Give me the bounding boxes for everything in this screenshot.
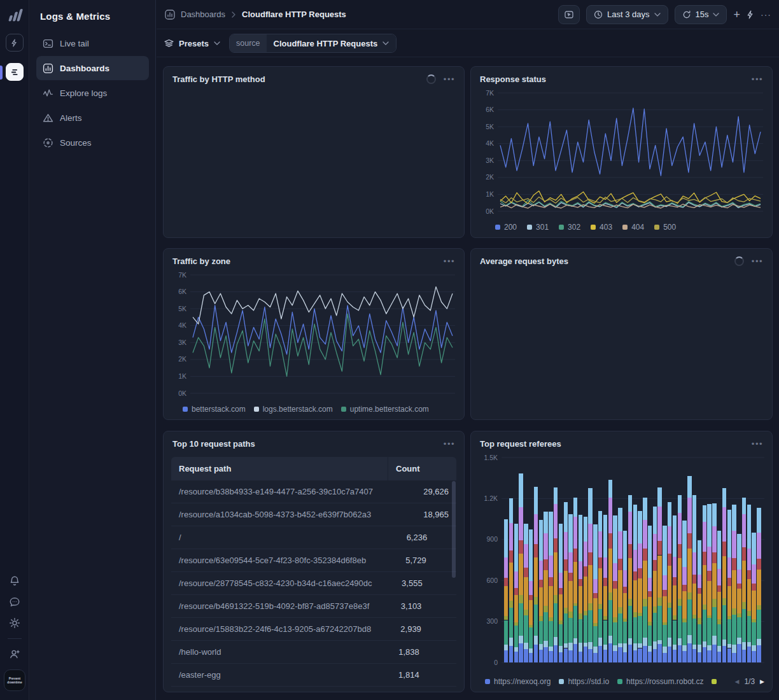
table-row[interactable]: /resource/b4691322-519b-4092-bf87-ad8573… [171,595,456,618]
table-row[interactable]: /resource/28778545-c832-4230-b34d-c16aec… [171,572,456,595]
breadcrumb-parent[interactable]: Dashboards [181,10,225,19]
panel-title: Traffic by zone [172,256,230,266]
rail-divider [8,638,22,639]
legend-item[interactable]: 403 [591,223,612,232]
tv-mode-button[interactable] [558,5,580,24]
legend-swatch [527,225,532,230]
count-cell: 5,729 [388,549,456,571]
invite-user-icon[interactable] [9,648,20,660]
theme-sun-icon[interactable] [9,617,20,629]
traffic-by-zone-chart[interactable]: 0K1K2K3K4K5K6K7K [171,272,456,402]
loading-spinner [734,256,744,266]
request-path-cell: /resource/b4691322-519b-4092-bf87-ad8573… [171,601,388,611]
legend-item[interactable]: logs.betterstack.com [254,405,333,414]
product-rail: Prevent downtime [0,0,29,700]
svg-text:2K: 2K [486,173,494,181]
presets-dropdown[interactable]: Presets [164,39,220,48]
legend-item[interactable]: https://rossum.robot.cz [617,677,703,686]
svg-text:7K: 7K [486,90,494,97]
legend-item[interactable]: 301 [527,223,549,232]
presets-label: Presets [179,39,209,48]
svg-text:3K: 3K [486,157,494,164]
add-panel-button[interactable]: + [733,9,740,20]
response-status-chart[interactable]: 0K1K2K3K4K5K6K7K [479,90,764,220]
table-row[interactable]: /resource/b38b4933-e149-4477-a256-39c10c… [171,480,456,503]
count-cell: 3,103 [388,595,456,617]
legend-item[interactable]: https://std.io [559,677,609,686]
legend-label: 500 [663,223,676,232]
table-scrollbar[interactable] [452,481,456,578]
svg-text:5K: 5K [178,305,186,312]
sidebar-item-alerts[interactable]: Alerts [36,106,149,130]
sidebar-item-live-tail[interactable]: Live tail [36,31,149,55]
legend-item[interactable]: https://nexoq.org [485,677,551,686]
topbar-actions: Last 3 days 15s + ··· [558,5,771,24]
time-range-button[interactable]: Last 3 days [586,5,668,24]
request-path-cell: /resource/15883b22-24f6-4c13-9205-a67242… [171,624,388,634]
source-filter[interactable]: source Cloudflare HTTP Requests [229,34,397,53]
legend-item[interactable]: 302 [559,223,580,232]
sidebar-item-explore-logs[interactable]: Explore logs [36,81,149,105]
bell-icon[interactable] [9,575,20,587]
svg-text:1K: 1K [178,372,186,380]
table-row[interactable]: /resource/63e09544-5ce7-4f23-80fc-352384… [171,549,456,572]
legend-prev-button[interactable]: ◀ [734,678,739,685]
legend-page-indicator: 1/3 [744,677,755,686]
sidebar-item-dashboards[interactable]: Dashboards [36,56,149,80]
panel-menu-button[interactable]: ••• [444,440,455,448]
chat-icon[interactable] [9,596,20,608]
panel-top-request-paths: Top 10 request paths ••• Request path Co… [163,431,465,692]
legend-item[interactable] [712,679,717,684]
table-row[interactable]: /resource/15883b22-24f6-4c13-9205-a67242… [171,618,456,641]
legend-item[interactable]: 404 [622,223,644,232]
legend-label: 403 [600,223,612,232]
uptime-product-icon[interactable] [6,34,24,52]
sidebar: Logs & Metrics Live tailDashboardsExplor… [30,0,156,700]
clock-icon [594,10,603,19]
logs-product-icon[interactable] [6,63,24,81]
sidebar-item-sources[interactable]: Sources [36,130,149,155]
table-row[interactable]: /easter-egg1,814 [171,664,456,687]
svg-text:6K: 6K [486,106,494,113]
chart-icon [43,63,53,74]
panel-title: Average request bytes [480,256,568,266]
topbar: Dashboards Cloudflare HTTP Requests Last… [157,0,779,29]
svg-text:1K: 1K [486,190,494,198]
legend-label: logs.betterstack.com [263,405,333,414]
legend-item[interactable]: 200 [495,223,517,232]
svg-text:0: 0 [494,659,498,666]
refresh-interval-button[interactable]: 15s [675,5,727,24]
panel-average-request-bytes: Average request bytes ••• [470,248,773,420]
legend-next-button[interactable]: ▶ [760,678,764,685]
table-row[interactable]: /6,236 [171,526,456,549]
layers-icon [164,39,174,48]
legend-item[interactable]: 500 [654,223,676,232]
svg-text:900: 900 [486,535,498,543]
panel-menu-button[interactable]: ••• [444,257,455,265]
legend-item[interactable]: uptime.betterstack.com [341,405,429,414]
response-status-legend: 200301302403404500 [495,223,763,232]
refresh-icon [682,10,691,19]
legend-label: betterstack.com [192,405,246,414]
panel-menu-button[interactable]: ••• [752,440,763,448]
top-request-referees-chart[interactable]: 03006009001.2K1.5K [479,454,764,671]
legend-item[interactable]: betterstack.com [183,405,246,414]
prevent-downtime-badge[interactable]: Prevent downtime [4,669,25,691]
table-row[interactable]: /resource/a1034cab-5098-4373-b452-e639f7… [171,503,456,526]
sidebar-title: Logs & Metrics [30,0,155,31]
svg-text:1.2K: 1.2K [484,494,498,502]
legend-swatch [617,679,622,684]
panel-menu-button[interactable]: ••• [444,75,455,83]
panel-menu-button[interactable]: ••• [752,257,763,265]
table-row[interactable]: /hello-world1,838 [171,641,456,664]
svg-text:4K: 4K [486,139,494,147]
quick-actions-bolt-button[interactable] [747,10,754,19]
legend-swatch [559,225,564,230]
more-options-button[interactable]: ··· [761,10,771,20]
request-path-cell: /easter-egg [171,670,388,680]
count-cell: 29,626 [388,480,456,503]
breadcrumb-current: Cloudflare HTTP Requests [242,10,346,19]
rail-bottom: Prevent downtime [0,575,29,691]
panel-menu-button[interactable]: ••• [752,75,763,83]
column-header-count: Count [388,457,456,480]
